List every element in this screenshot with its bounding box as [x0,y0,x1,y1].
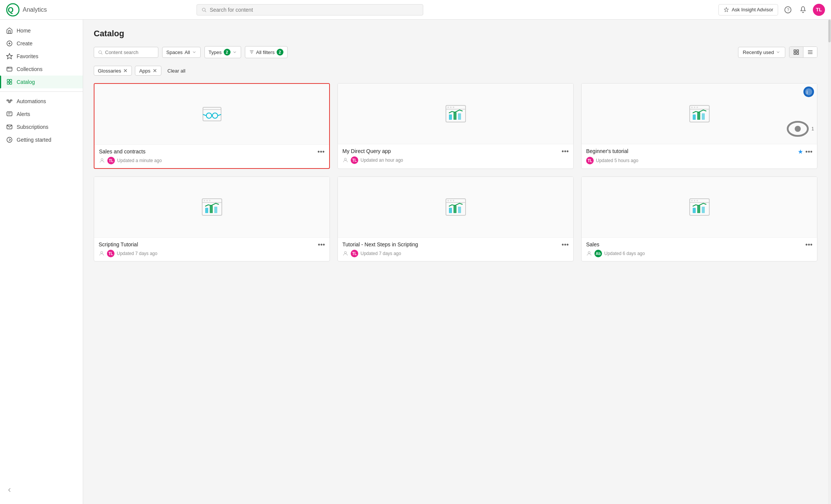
svg-point-88 [694,200,695,201]
card-more-button[interactable]: ••• [562,241,569,248]
svg-point-87 [691,200,693,201]
sidebar-item-getting-started[interactable]: Getting started [0,133,83,146]
filter-tag-apps-close[interactable]: ✕ [153,68,157,74]
grid-view-icon [793,49,799,55]
sidebar-item-collections[interactable]: Collections [0,63,83,76]
svg-text:Q: Q [8,6,14,14]
getting-started-icon [6,136,13,143]
grid-view-button[interactable] [789,47,803,57]
types-filter-button[interactable]: Types 2 [204,46,241,58]
all-filters-badge: 2 [277,49,283,56]
sidebar-item-create-label: Create [17,40,32,46]
card-meta: TL Updated 5 hours ago [586,157,812,164]
svg-point-54 [344,158,346,160]
card-footer-actions: ••• [562,148,569,155]
sidebar-item-getting-started-label: Getting started [17,137,51,143]
svg-point-58 [694,107,695,108]
svg-rect-62 [702,113,705,120]
help-button[interactable]: ? [783,5,793,15]
card-more-button[interactable]: ••• [317,148,325,155]
card-sales-contracts[interactable]: Sales and contracts ••• TL Updated a min… [94,83,330,169]
global-search-input[interactable] [210,7,419,13]
sort-button[interactable]: Recently used [738,47,785,58]
svg-point-71 [209,200,210,201]
spaces-filter-button[interactable]: Spaces All [162,47,201,58]
card-footer-actions: ••• [318,241,325,248]
filter-tag-apps[interactable]: Apps ✕ [135,66,161,76]
svg-rect-53 [458,113,461,120]
card-more-button[interactable]: ••• [805,241,812,248]
card-scripting-tutorial[interactable]: Scripting Tutorial ••• TL Updated 7 days… [94,176,330,261]
list-view-icon [807,49,813,55]
sidebar-collapse-button[interactable] [0,484,83,496]
create-icon [6,40,13,47]
sidebar-item-alerts[interactable]: Alerts [0,108,83,121]
sort-label: Recently used [743,49,774,55]
card-sales[interactable]: Sales ••• Ab Updated 6 days ago [581,176,817,261]
list-view-button[interactable] [803,47,817,57]
card-tutorial-next-steps[interactable]: Tutorial - Next Steps in Scripting ••• T… [337,176,574,261]
clear-all-button[interactable]: Clear all [164,66,189,75]
all-filters-button[interactable]: All filters 2 [245,46,288,58]
card-footer-actions: ★ ••• [798,148,812,155]
svg-rect-13 [7,79,9,81]
notifications-button[interactable] [798,5,808,15]
card-footer: Tutorial - Next Steps in Scripting ••• T… [338,237,573,261]
svg-rect-31 [794,50,796,52]
card-preview [94,177,330,237]
card-star[interactable]: ★ [798,148,803,155]
card-more-button[interactable]: ••• [318,241,325,248]
svg-rect-74 [214,207,217,213]
svg-point-70 [206,200,208,201]
sidebar-item-automations[interactable]: Automations [0,95,83,108]
content-search-bar[interactable] [94,47,158,58]
owner-icon [586,250,592,257]
svg-rect-33 [794,53,796,54]
svg-rect-10 [7,67,12,71]
card-beginners-tutorial[interactable]: i 1 Beginner's tutorial ★ ••• TL Updated… [581,83,817,169]
filter-tag-glossaries[interactable]: Glossaries ✕ [94,66,132,76]
qlik-logo-icon: Q [6,3,20,17]
svg-rect-83 [458,207,461,213]
svg-text:i: i [806,89,808,95]
svg-point-40 [206,113,212,118]
automations-icon [6,98,13,105]
card-more-button[interactable]: ••• [805,148,812,155]
card-title: Sales [586,241,805,247]
card-my-direct-query[interactable]: My Direct Query app ••• TL Updated an ho… [337,83,574,169]
sidebar-item-create[interactable]: Create [0,37,83,50]
sidebar-item-catalog-label: Catalog [17,79,35,85]
sidebar-item-favorites[interactable]: Favorites [0,50,83,63]
sidebar-bottom [0,481,83,499]
svg-point-69 [204,200,205,201]
card-footer-actions: ••• [805,241,812,248]
alerts-icon [6,111,13,117]
views-count: 1 [811,126,814,131]
card-meta: Ab Updated 6 days ago [586,250,812,257]
scrollbar-thumb [828,20,831,42]
svg-rect-34 [797,53,799,54]
content-search-input[interactable] [105,49,154,55]
card-meta: TL Updated a minute ago [99,157,325,164]
card-footer: Beginner's tutorial ★ ••• TL Updated 5 h… [582,144,817,168]
card-updated: Updated an hour ago [361,158,403,163]
global-search-bar[interactable] [197,4,423,15]
topnav-actions: Ask Insight Advisor ? TL [718,4,825,16]
sidebar-item-home[interactable]: Home [0,24,83,37]
filter-icon [249,49,254,55]
avatar[interactable]: TL [813,4,825,16]
sidebar-item-catalog[interactable]: Catalog [0,76,83,88]
catalog-icon [6,79,13,85]
insight-advisor-button[interactable]: Ask Insight Advisor [718,4,778,15]
app-logo[interactable]: Q Analytics [6,3,47,17]
svg-point-45 [101,159,103,161]
sidebar-item-subscriptions[interactable]: Subscriptions [0,121,83,133]
right-scrollbar[interactable] [828,20,831,504]
card-more-button[interactable]: ••• [562,148,569,155]
cards-grid: Sales and contracts ••• TL Updated a min… [94,83,817,261]
search-icon [201,7,206,12]
filter-tag-glossaries-close[interactable]: ✕ [123,68,128,74]
card-footer-actions: ••• [317,148,325,155]
svg-point-79 [450,200,452,201]
content-area: Catalog Spaces All [83,20,828,504]
